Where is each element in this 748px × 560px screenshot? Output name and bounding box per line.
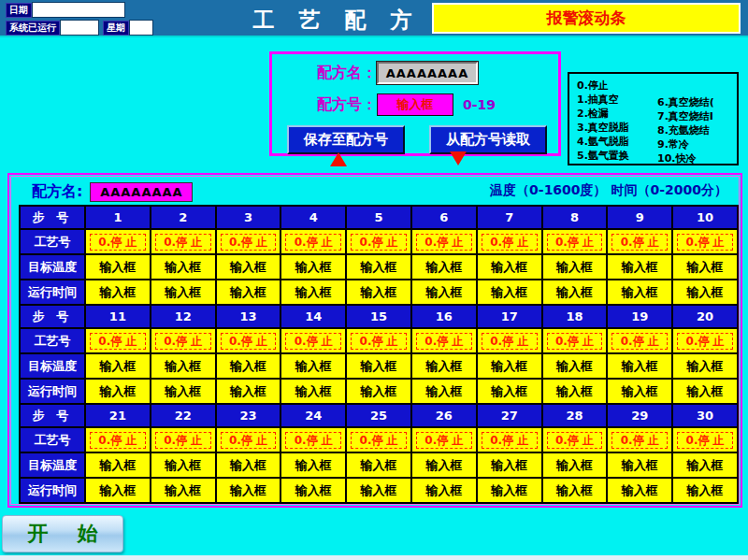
- temp-input-cell[interactable]: 输入框: [346, 452, 411, 478]
- temp-input-cell[interactable]: 输入框: [607, 254, 672, 280]
- time-input-cell[interactable]: 输入框: [216, 478, 281, 503]
- temp-input-cell[interactable]: 输入框: [411, 353, 477, 379]
- time-input-cell[interactable]: 输入框: [477, 280, 542, 305]
- temp-input-cell[interactable]: 输入框: [477, 353, 542, 379]
- process-select-cell[interactable]: 0.停 止: [411, 328, 477, 353]
- time-input-cell[interactable]: 输入框: [280, 478, 346, 503]
- temp-input-cell[interactable]: 输入框: [216, 353, 281, 379]
- process-select-cell[interactable]: 0.停 止: [672, 427, 738, 452]
- time-input-cell[interactable]: 输入框: [346, 478, 411, 503]
- process-value: 0.停 止: [285, 234, 341, 251]
- temp-input-cell[interactable]: 输入框: [411, 452, 477, 478]
- temp-input-cell[interactable]: 输入框: [280, 254, 346, 280]
- process-select-cell[interactable]: 0.停 止: [216, 328, 281, 353]
- temp-input-cell[interactable]: 输入框: [477, 254, 542, 280]
- time-input-cell[interactable]: 输入框: [216, 379, 281, 404]
- process-select-cell[interactable]: 0.停 止: [216, 427, 281, 452]
- temp-input-cell[interactable]: 输入框: [216, 452, 281, 478]
- time-input-cell[interactable]: 输入框: [607, 379, 672, 404]
- time-input-cell[interactable]: 输入框: [607, 478, 672, 503]
- temp-input-cell[interactable]: 输入框: [151, 254, 216, 280]
- process-select-cell[interactable]: 0.停 止: [151, 427, 216, 452]
- process-select-cell[interactable]: 0.停 止: [85, 328, 151, 353]
- time-input-cell[interactable]: 输入框: [216, 280, 281, 305]
- temp-input-cell[interactable]: 输入框: [542, 254, 608, 280]
- temp-input-cell[interactable]: 输入框: [151, 353, 216, 379]
- process-select-cell[interactable]: 0.停 止: [216, 229, 281, 254]
- time-input-cell[interactable]: 输入框: [280, 379, 346, 404]
- process-select-cell[interactable]: 0.停 止: [477, 427, 542, 452]
- time-input-cell[interactable]: 输入框: [151, 478, 216, 503]
- time-input-cell[interactable]: 输入框: [542, 379, 608, 404]
- time-input-cell[interactable]: 输入框: [411, 478, 477, 503]
- time-input-cell[interactable]: 输入框: [151, 379, 216, 404]
- temp-input-cell[interactable]: 输入框: [607, 353, 672, 379]
- temp-input-cell[interactable]: 输入框: [346, 254, 411, 280]
- temp-input-cell[interactable]: 输入框: [346, 353, 411, 379]
- time-input-cell[interactable]: 输入框: [346, 379, 411, 404]
- time-input-cell[interactable]: 输入框: [672, 379, 738, 404]
- step-number: 6: [411, 206, 477, 229]
- process-select-cell[interactable]: 0.停 止: [542, 427, 608, 452]
- time-input-cell[interactable]: 输入框: [85, 478, 151, 503]
- process-select-cell[interactable]: 0.停 止: [411, 427, 477, 452]
- process-select-cell[interactable]: 0.停 止: [542, 328, 608, 353]
- process-select-cell[interactable]: 0.停 止: [607, 427, 672, 452]
- process-select-cell[interactable]: 0.停 止: [151, 328, 216, 353]
- process-select-cell[interactable]: 0.停 止: [477, 328, 542, 353]
- recipe-name-input[interactable]: AAAAAAAA: [377, 62, 478, 84]
- save-to-recipe-button[interactable]: 保存至配方号: [287, 125, 405, 154]
- process-select-cell[interactable]: 0.停 止: [346, 328, 411, 353]
- process-select-cell[interactable]: 0.停 止: [280, 427, 346, 452]
- temp-input-cell[interactable]: 输入框: [672, 452, 738, 478]
- temp-input-cell[interactable]: 输入框: [672, 254, 738, 280]
- alarm-scroll-bar[interactable]: 报警滚动条: [432, 3, 741, 34]
- start-button[interactable]: 开 始: [2, 515, 123, 553]
- time-input-cell[interactable]: 输入框: [411, 280, 477, 305]
- time-input-cell[interactable]: 输入框: [346, 280, 411, 305]
- process-select-cell[interactable]: 0.停 止: [411, 229, 477, 254]
- process-select-cell[interactable]: 0.停 止: [280, 229, 346, 254]
- time-input-cell[interactable]: 输入框: [280, 280, 346, 305]
- process-select-cell[interactable]: 0.停 止: [477, 229, 542, 254]
- process-select-cell[interactable]: 0.停 止: [280, 328, 346, 353]
- process-select-cell[interactable]: 0.停 止: [607, 328, 672, 353]
- time-input-cell[interactable]: 输入框: [672, 478, 738, 503]
- temp-input-cell[interactable]: 输入框: [85, 254, 151, 280]
- process-select-cell[interactable]: 0.停 止: [85, 229, 151, 254]
- process-select-cell[interactable]: 0.停 止: [85, 427, 151, 452]
- time-input-cell[interactable]: 输入框: [672, 280, 738, 305]
- time-input-cell[interactable]: 输入框: [542, 478, 608, 503]
- legend-right-column: 6.真空烧结( 7.真空烧结I 8.充氩烧结 9.常冷 10.快冷: [657, 95, 714, 165]
- time-input-cell[interactable]: 输入框: [411, 379, 477, 404]
- temp-input-cell[interactable]: 输入框: [280, 452, 346, 478]
- temp-input-cell[interactable]: 输入框: [216, 254, 281, 280]
- temp-input-cell[interactable]: 输入框: [607, 452, 672, 478]
- recipe-number-input[interactable]: 输入框: [377, 93, 453, 116]
- time-input-cell[interactable]: 输入框: [477, 478, 542, 503]
- load-from-recipe-button[interactable]: 从配方号读取: [429, 125, 547, 154]
- process-select-cell[interactable]: 0.停 止: [607, 229, 672, 254]
- process-select-cell[interactable]: 0.停 止: [346, 427, 411, 452]
- time-input-cell[interactable]: 输入框: [85, 280, 151, 305]
- temp-input-cell[interactable]: 输入框: [542, 353, 608, 379]
- table-recipe-name-value[interactable]: AAAAAAAA: [90, 182, 193, 202]
- process-select-cell[interactable]: 0.停 止: [672, 229, 738, 254]
- temp-input-cell[interactable]: 输入框: [477, 452, 542, 478]
- temp-input-cell[interactable]: 输入框: [280, 353, 346, 379]
- temp-input-cell[interactable]: 输入框: [672, 353, 738, 379]
- time-input-cell[interactable]: 输入框: [607, 280, 672, 305]
- process-select-cell[interactable]: 0.停 止: [542, 229, 608, 254]
- time-input-cell[interactable]: 输入框: [542, 280, 608, 305]
- temp-input-cell[interactable]: 输入框: [542, 452, 608, 478]
- time-input-cell[interactable]: 输入框: [477, 379, 542, 404]
- process-select-cell[interactable]: 0.停 止: [151, 229, 216, 254]
- temp-input-cell[interactable]: 输入框: [151, 452, 216, 478]
- temp-input-cell[interactable]: 输入框: [411, 254, 477, 280]
- temp-input-cell[interactable]: 输入框: [85, 353, 151, 379]
- process-select-cell[interactable]: 0.停 止: [346, 229, 411, 254]
- process-select-cell[interactable]: 0.停 止: [672, 328, 738, 353]
- time-input-cell[interactable]: 输入框: [151, 280, 216, 305]
- temp-input-cell[interactable]: 输入框: [85, 452, 151, 478]
- time-input-cell[interactable]: 输入框: [85, 379, 151, 404]
